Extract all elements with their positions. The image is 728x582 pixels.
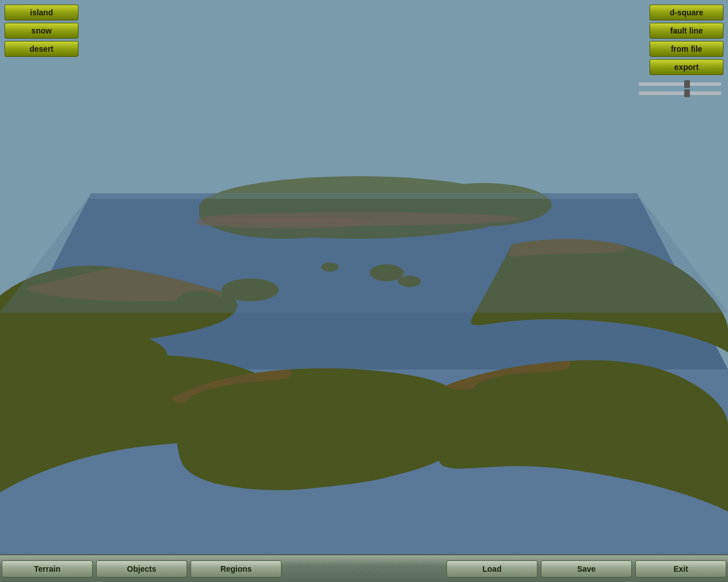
main-viewport: island snow desert d-square fault line f… [0, 0, 728, 554]
left-buttons-panel: island snow desert [5, 5, 78, 57]
regions-tab-button[interactable]: Regions [191, 560, 282, 577]
terrain-view [0, 0, 728, 554]
save-button[interactable]: Save [541, 560, 632, 577]
slider2-track[interactable] [639, 92, 721, 95]
exit-button[interactable]: Exit [635, 560, 726, 577]
desert-button[interactable]: desert [5, 41, 78, 57]
objects-tab-button[interactable]: Objects [96, 560, 187, 577]
fromfile-button[interactable]: from file [650, 41, 723, 57]
right-buttons-panel: d-square fault line from file export [650, 5, 723, 75]
load-button[interactable]: Load [446, 560, 537, 577]
sliders-panel [639, 82, 721, 95]
svg-rect-15 [0, 165, 728, 199]
bottom-toolbar: Terrain Objects Regions Load Save Exit [0, 554, 728, 582]
terrain-tab-button[interactable]: Terrain [2, 560, 93, 577]
faultline-button[interactable]: fault line [650, 23, 723, 39]
island-button[interactable]: island [5, 5, 78, 20]
slider1-track[interactable] [639, 82, 721, 86]
dsquare-button[interactable]: d-square [650, 5, 723, 20]
snow-button[interactable]: snow [5, 23, 78, 39]
slider1-thumb[interactable] [684, 80, 690, 88]
slider2-thumb[interactable] [684, 89, 690, 97]
export-button[interactable]: export [650, 59, 723, 75]
